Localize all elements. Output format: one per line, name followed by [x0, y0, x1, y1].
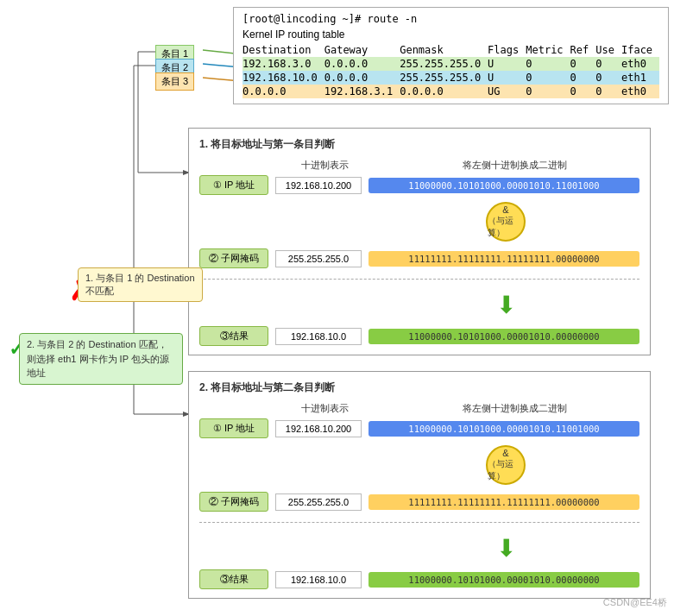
- metric-3: 0: [526, 85, 570, 98]
- metric-1: 0: [526, 57, 570, 71]
- dest-3: 0.0.0.0: [243, 85, 324, 98]
- section1-ip-row: ① IP 地址 192.168.10.200 11000000.10101000…: [199, 175, 639, 195]
- genmask-3: 0.0.0.0: [400, 85, 488, 98]
- section2-and-row: & （与运算）: [199, 445, 639, 485]
- iface-1: eth0: [621, 57, 659, 71]
- section2-col-decimal: 十进制表示: [277, 402, 372, 415]
- section1-and-circle: & （与运算）: [486, 202, 526, 242]
- section2-ip-decimal: 192.168.10.200: [275, 420, 362, 437]
- dest-1: 192.168.3.0: [243, 57, 324, 71]
- col-ref: Ref: [570, 43, 596, 57]
- section2-and-sub: （与运算）: [488, 458, 524, 482]
- table-row: 192.168.10.0 0.0.0.0 255.255.255.0 U 0 0…: [243, 71, 659, 85]
- section1-title: 1. 将目标地址与第一条目判断: [199, 137, 639, 152]
- routing-table: [root@lincoding ~]# route -n Kernel IP r…: [233, 7, 669, 104]
- section2-and-circle: & （与运算）: [486, 445, 526, 485]
- cmd-line: [root@lincoding ~]# route -n: [243, 13, 659, 25]
- section2-subnet-row: ② 子网掩码 255.255.255.0 11111111.11111111.1…: [199, 492, 639, 512]
- section1-subnet-row: ② 子网掩码 255.255.255.0 11111111.11111111.1…: [199, 248, 639, 268]
- kernel-table-title: Kernel IP routing table: [243, 28, 659, 41]
- section2-ip-binary: 11000000.10101000.00001010.11001000: [368, 421, 639, 437]
- section1-and-sub: （与运算）: [488, 215, 524, 239]
- table-row: 0.0.0.0 192.168.3.1 0.0.0.0 UG 0 0 0 eth…: [243, 85, 659, 98]
- section2-col-headers: 十进制表示 将左侧十进制换成二进制: [199, 402, 639, 415]
- section2-title: 2. 将目标地址与第二条目判断: [199, 380, 639, 395]
- section2-arrow-down: ⬇: [372, 537, 639, 561]
- section2-col-binary: 将左侧十进制换成二进制: [389, 402, 639, 415]
- main-container: [root@lincoding ~]# route -n Kernel IP r…: [0, 0, 674, 616]
- use-2: 0: [595, 71, 621, 85]
- match-bubble: 2. 与条目 2 的 Destination 匹配，则选择 eth1 网卡作为 …: [19, 333, 183, 385]
- match-text: 2. 与条目 2 的 Destination 匹配，则选择 eth1 网卡作为 …: [27, 339, 169, 378]
- section1-arrow-down: ⬇: [372, 293, 639, 317]
- section1-subnet-label: ② 子网掩码: [199, 248, 268, 268]
- section1-col-headers: 十进制表示 将左侧十进制换成二进制: [199, 159, 639, 172]
- section1-subnet-binary: 11111111.11111111.11111111.00000000: [368, 251, 639, 267]
- section1-ip-decimal: 192.168.10.200: [275, 177, 362, 194]
- section2-ip-label: ① IP 地址: [199, 418, 268, 438]
- section2-subnet-label: ② 子网掩码: [199, 492, 268, 512]
- col-iface: Iface: [621, 43, 659, 57]
- section2-box: 2. 将目标地址与第二条目判断 十进制表示 将左侧十进制换成二进制 ① IP 地…: [188, 371, 651, 599]
- watermark: CSDN@EE4桥: [603, 596, 667, 609]
- section1-subnet-decimal: 255.255.255.0: [275, 250, 362, 267]
- section2-separator: [199, 522, 639, 523]
- section2-down-arrow-icon: ⬇: [496, 537, 516, 561]
- ref-1: 0: [570, 57, 596, 71]
- flags-2: U: [488, 71, 526, 85]
- section1-box: 1. 将目标地址与第一条目判断 十进制表示 将左侧十进制换成二进制 ① IP 地…: [188, 128, 651, 355]
- section1-ip-label: ① IP 地址: [199, 175, 268, 195]
- section2-ip-row: ① IP 地址 192.168.10.200 11000000.10101000…: [199, 418, 639, 438]
- col-use: Use: [595, 43, 621, 57]
- gw-1: 0.0.0.0: [324, 57, 400, 71]
- section2-result-label: ③结果: [199, 569, 268, 589]
- genmask-1: 255.255.255.0: [400, 57, 488, 71]
- use-1: 0: [595, 57, 621, 71]
- section1-and-symbol: &: [502, 204, 508, 215]
- col-gateway: Gateway: [324, 43, 400, 57]
- gw-2: 0.0.0.0: [324, 71, 400, 85]
- no-match-bubble: 1. 与条目 1 的 Destination不匹配: [78, 267, 203, 302]
- section2-subnet-decimal: 255.255.255.0: [275, 493, 362, 511]
- no-match-text: 1. 与条目 1 的 Destination不匹配: [85, 273, 195, 296]
- section2-result-row: ③结果 192.168.10.0 11000000.10101000.00001…: [199, 569, 639, 589]
- section2-inner: ① IP 地址 192.168.10.200 11000000.10101000…: [199, 418, 639, 589]
- metric-2: 0: [526, 71, 570, 85]
- section1-result-label: ③结果: [199, 326, 268, 346]
- dest-2: 192.168.10.0: [243, 71, 324, 85]
- section1-result-row: ③结果 192.168.10.0 11000000.10101000.00001…: [199, 326, 639, 346]
- col-destination: Destination: [243, 43, 324, 57]
- section2-and-symbol: &: [502, 448, 508, 458]
- section1-result-decimal: 192.168.10.0: [275, 328, 362, 345]
- section2-subnet-binary: 11111111.11111111.11111111.00000000: [368, 494, 639, 510]
- col-flags: Flags: [488, 43, 526, 57]
- genmask-2: 255.255.255.0: [400, 71, 488, 85]
- section1-and-row: & （与运算）: [199, 202, 639, 242]
- gw-3: 192.168.3.1: [324, 85, 400, 98]
- section1-ip-binary: 11000000.10101000.00001010.11001000: [368, 178, 639, 193]
- col-metric: Metric: [526, 43, 570, 57]
- section1-inner: ① IP 地址 192.168.10.200 11000000.10101000…: [199, 175, 639, 346]
- section1-col-decimal: 十进制表示: [277, 159, 372, 172]
- section1-separator: [199, 279, 639, 280]
- table-row: 192.168.3.0 0.0.0.0 255.255.255.0 U 0 0 …: [243, 57, 659, 71]
- section2-result-decimal: 192.168.10.0: [275, 571, 362, 588]
- section1-result-binary: 11000000.10101000.00001010.00000000: [368, 329, 639, 344]
- section1-down-arrow-icon: ⬇: [496, 293, 516, 317]
- ref-3: 0: [570, 85, 596, 98]
- flags-3: UG: [488, 85, 526, 98]
- use-3: 0: [595, 85, 621, 98]
- section2-result-binary: 11000000.10101000.00001010.00000000: [368, 572, 639, 588]
- routing-table-grid: Destination Gateway Genmask Flags Metric…: [243, 43, 659, 98]
- section1-col-binary: 将左侧十进制换成二进制: [389, 159, 639, 172]
- label-tiao3: 条目 3: [155, 72, 194, 91]
- iface-3: eth0: [621, 85, 659, 98]
- flags-1: U: [488, 57, 526, 71]
- iface-2: eth1: [621, 71, 659, 85]
- ref-2: 0: [570, 71, 596, 85]
- col-genmask: Genmask: [400, 43, 488, 57]
